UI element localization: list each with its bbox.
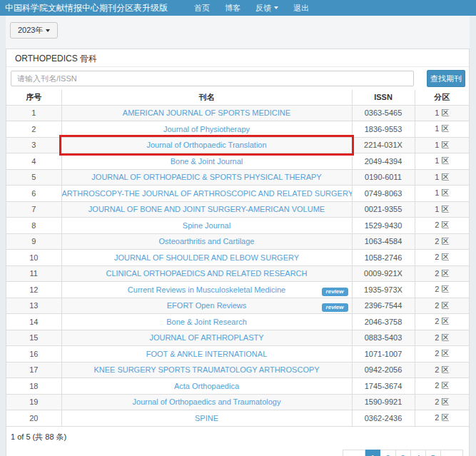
column-header-issn: ISSN [352,90,415,105]
issn-cell: 1063-4584 [352,233,415,250]
journal-link[interactable]: ARTHROSCOPY-THE JOURNAL OF ARTHROSCOPIC … [62,189,353,198]
site-title: 中国科学院文献情报中心期刊分区表升级版 [5,2,168,14]
page-button-1[interactable]: 1 [365,450,380,456]
table-row: 18Acta Orthopaedica1745-36742 区 [6,378,469,395]
row-index-cell: 1 [6,105,61,121]
nav-item-2[interactable]: 反馈 [255,3,278,14]
table-row: 3Journal of Orthopaedic Translation2214-… [6,137,469,153]
journal-name-cell: SPINE [61,410,352,427]
issn-cell: 1935-973X [352,282,415,298]
journal-name-cell: Spine Journal [61,218,352,234]
issn-cell: 1529-9430 [352,218,415,234]
row-index-cell: 5 [6,169,61,186]
zone-cell: 2 区 [415,298,469,314]
page-button-5[interactable]: 5 [426,450,441,456]
zone-cell: 2 区 [415,410,469,427]
row-index-cell: 18 [6,378,61,395]
issn-cell: 0190-6011 [352,169,415,186]
row-index-cell: 11 [6,265,61,282]
row-index-cell: 8 [6,218,61,234]
issn-cell: 0362-2436 [352,410,415,427]
table-row: 6ARTHROSCOPY-THE JOURNAL OF ARTHROSCOPIC… [6,186,469,202]
journal-link[interactable]: Bone & Joint Journal [171,157,243,166]
journal-name-cell: JOURNAL OF SHOULDER AND ELBOW SURGERY [61,250,352,266]
row-index-cell: 20 [6,410,61,427]
journal-link[interactable]: AMERICAN JOURNAL OF SPORTS MEDICINE [123,108,290,117]
search-input[interactable] [11,71,414,86]
nav-menu: 首页博客反馈退出 [179,3,309,14]
page-container: 2023年 ORTHOPEDICS 骨科 查找期刊 序号 刊名 ISSN 分区 … [6,16,470,456]
journal-link[interactable]: Journal of Orthopaedics and Traumatology [133,397,281,406]
search-journal-button[interactable]: 查找期刊 [427,70,465,87]
row-index-cell: 10 [6,250,61,266]
page-button-prev[interactable]: « [343,450,365,456]
issn-cell: 2396-7544 [352,298,415,314]
nav-item-1[interactable]: 博客 [225,3,240,14]
journal-panel: ORTHOPEDICS 骨科 查找期刊 序号 刊名 ISSN 分区 1AMERI… [6,49,470,456]
issn-cell: 1058-2746 [352,250,415,266]
zone-cell: 2 区 [415,330,469,346]
journal-link[interactable]: JOURNAL OF ARTHROPLASTY [149,333,263,342]
table-row: 13EFORT Open Reviewsreview2396-75442 区 [6,298,469,314]
zone-cell: 2 区 [415,233,469,250]
journal-link[interactable]: Current Reviews in Musculoskeletal Medic… [128,285,285,294]
pagination-summary: 1 of 5 (共 88 条) [6,427,469,447]
zone-cell: 2 区 [415,362,469,378]
issn-cell: 0942-2056 [352,362,415,378]
journal-link[interactable]: JOURNAL OF BONE AND JOINT SURGERY-AMERIC… [88,205,325,213]
table-row: 1AMERICAN JOURNAL OF SPORTS MEDICINE0363… [6,105,469,121]
table-row: 11CLINICAL ORTHOPAEDICS AND RELATED RESE… [6,265,469,282]
journal-link[interactable]: CLINICAL ORTHOPAEDICS AND RELATED RESEAR… [106,269,308,278]
issn-cell: 0749-8063 [352,186,415,202]
journal-name-cell: Current Reviews in Musculoskeletal Medic… [61,282,352,298]
zone-cell: 1 区 [415,137,469,153]
issn-cell: 1071-1007 [352,346,415,363]
journal-link[interactable]: SPINE [195,414,218,422]
journal-link[interactable]: Journal of Physiotherapy [163,125,250,133]
journal-link[interactable]: Osteoarthritis and Cartilage [159,237,255,245]
page-button-4[interactable]: 4 [411,450,426,456]
journal-name-cell: KNEE SURGERY SPORTS TRAUMATOLOGY ARTHROS… [61,362,352,378]
row-index-cell: 15 [6,330,61,346]
journal-link[interactable]: Acta Orthopaedica [174,382,239,390]
row-index-cell: 6 [6,186,61,202]
issn-cell: 0009-921X [352,265,415,282]
journal-link[interactable]: Spine Journal [183,221,231,230]
year-dropdown-button[interactable]: 2023年 [10,22,58,39]
column-header-journal-name: 刊名 [61,90,352,105]
journal-link[interactable]: KNEE SURGERY SPORTS TRAUMATOLOGY ARTHROS… [93,365,319,374]
issn-cell: 2046-3758 [352,314,415,330]
journal-link[interactable]: JOURNAL OF SHOULDER AND ELBOW SURGERY [114,253,299,262]
review-badge: review [322,288,348,296]
zone-cell: 2 区 [415,218,469,234]
table-row: 5JOURNAL OF ORTHOPAEDIC & SPORTS PHYSICA… [6,169,469,186]
year-dropdown-label: 2023年 [18,25,43,36]
journal-link[interactable]: EFORT Open Reviews [167,301,246,310]
table-row: 2Journal of Physiotherapy1836-95531 区 [6,121,469,138]
page-button-next[interactable]: » [441,450,463,456]
journal-name-cell: JOURNAL OF ORTHOPAEDIC & SPORTS PHYSICAL… [61,169,352,186]
zone-cell: 1 区 [415,186,469,202]
journal-link[interactable]: FOOT & ANKLE INTERNATIONAL [146,350,268,358]
journal-link[interactable]: JOURNAL OF ORTHOPAEDIC & SPORTS PHYSICAL… [91,173,321,181]
page-button-2[interactable]: 2 [380,450,395,456]
zone-cell: 1 区 [415,121,469,138]
nav-item-0[interactable]: 首页 [194,3,210,14]
journal-name-cell: Bone & Joint Journal [61,153,352,170]
page-button-3[interactable]: 3 [396,450,411,456]
journal-name-cell: EFORT Open Reviewsreview [61,298,352,314]
journal-name-cell-highlighted: Journal of Orthopaedic Translation [61,137,352,153]
table-row: 15JOURNAL OF ARTHROPLASTY0883-54032 区 [6,330,469,346]
table-header-row: 序号 刊名 ISSN 分区 [6,90,469,105]
journal-link[interactable]: Journal of Orthopaedic Translation [146,141,266,149]
row-index-cell: 3 [6,137,61,153]
table-row: 7JOURNAL OF BONE AND JOINT SURGERY-AMERI… [6,201,469,218]
review-badge: review [322,303,348,312]
journal-link[interactable]: Bone & Joint Research [166,318,247,326]
journal-name-cell: JOURNAL OF ARTHROPLASTY [61,330,352,346]
table-row: 12Current Reviews in Musculoskeletal Med… [6,282,469,298]
zone-cell: 1 区 [415,105,469,121]
zone-cell: 2 区 [415,314,469,330]
nav-item-3[interactable]: 退出 [293,3,309,14]
row-index-cell: 14 [6,314,61,330]
